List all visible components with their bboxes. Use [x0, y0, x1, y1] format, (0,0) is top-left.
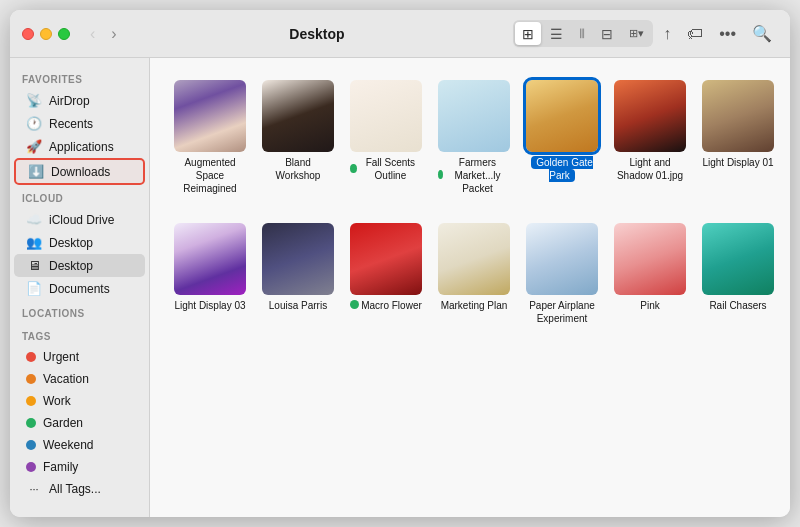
- sidebar-item-label: Desktop: [49, 259, 93, 273]
- shared-icon: 👥: [26, 235, 42, 250]
- applications-icon: 🚀: [26, 139, 42, 154]
- file-thumb-marketing: [438, 223, 510, 295]
- locations-label: Locations: [10, 300, 149, 323]
- file-item-farmers[interactable]: Farmers Market...ly Packet: [434, 74, 514, 201]
- tags-label: Tags: [10, 323, 149, 346]
- sidebar-item-applications[interactable]: 🚀 Applications: [14, 135, 145, 158]
- file-thumb-rail: [702, 223, 774, 295]
- all-tags-icon: ···: [26, 483, 42, 495]
- file-thumb-light-shadow: [614, 80, 686, 152]
- work-dot: [26, 396, 36, 406]
- sidebar-item-family[interactable]: Family: [14, 456, 145, 478]
- file-item-light-shadow[interactable]: Light and Shadow 01.jpg: [610, 74, 690, 201]
- sidebar-item-label: AirDrop: [49, 94, 90, 108]
- file-name-light-display03: Light Display 03: [174, 299, 245, 312]
- file-item-fall[interactable]: Fall Scents Outline: [346, 74, 426, 201]
- file-name-light-shadow: Light and Shadow 01.jpg: [614, 156, 686, 182]
- recents-icon: 🕐: [26, 116, 42, 131]
- file-thumb-farmers: [438, 80, 510, 152]
- sidebar-item-label: Downloads: [51, 165, 110, 179]
- file-item-augmented[interactable]: Augmented Space Reimagined: [170, 74, 250, 201]
- file-name-marketing: Marketing Plan: [441, 299, 508, 312]
- file-item-louisa[interactable]: Louisa Parris: [258, 217, 338, 331]
- sidebar-item-label: Family: [43, 460, 78, 474]
- sidebar-item-vacation[interactable]: Vacation: [14, 368, 145, 390]
- file-area[interactable]: Augmented Space ReimaginedBland Workshop…: [150, 58, 790, 517]
- sidebar-item-urgent[interactable]: Urgent: [14, 346, 145, 368]
- more-button[interactable]: •••: [713, 21, 742, 47]
- sidebar-item-shared[interactable]: 👥 Desktop: [14, 231, 145, 254]
- sidebar-item-label: Desktop: [49, 236, 93, 250]
- desktop-icon: 🖥: [26, 258, 42, 273]
- icloud-label: iCloud: [10, 185, 149, 208]
- sidebar-item-documents[interactable]: 📄 Documents: [14, 277, 145, 300]
- sidebar-item-garden[interactable]: Garden: [14, 412, 145, 434]
- file-item-light-display03[interactable]: Light Display 03: [170, 217, 250, 331]
- file-name-rail: Rail Chasers: [709, 299, 766, 312]
- file-name-macro: Macro Flower: [361, 299, 422, 312]
- file-item-pink[interactable]: Pink: [610, 217, 690, 331]
- view-gallery-button[interactable]: ⊟: [594, 22, 620, 45]
- file-name-farmers: Farmers Market...ly Packet: [445, 156, 510, 195]
- file-name-fall: Fall Scents Outline: [359, 156, 422, 182]
- maximize-button[interactable]: [58, 28, 70, 40]
- sidebar-item-downloads[interactable]: ⬇️ Downloads: [14, 158, 145, 185]
- titlebar: ‹ › Desktop ⊞ ☰ ⫴ ⊟ ⊞▾ ↑ 🏷 ••• 🔍: [10, 10, 790, 58]
- sidebar-item-weekend[interactable]: Weekend: [14, 434, 145, 456]
- share-button[interactable]: ↑: [657, 21, 677, 47]
- close-button[interactable]: [22, 28, 34, 40]
- sidebar-item-label: Work: [43, 394, 71, 408]
- view-grid-button[interactable]: ⊞: [515, 22, 541, 45]
- file-thumb-paper: [526, 223, 598, 295]
- file-item-bland[interactable]: Bland Workshop: [258, 74, 338, 201]
- view-group-button[interactable]: ⊞▾: [622, 22, 651, 45]
- file-name-bland: Bland Workshop: [262, 156, 334, 182]
- file-name-louisa: Louisa Parris: [269, 299, 327, 312]
- file-item-paper[interactable]: Paper Airplane Experiment: [522, 217, 602, 331]
- file-item-light-display01[interactable]: Light Display 01: [698, 74, 778, 201]
- forward-button[interactable]: ›: [107, 23, 120, 45]
- file-thumb-light-display01: [702, 80, 774, 152]
- view-columns-button[interactable]: ⫴: [572, 22, 592, 45]
- sidebar-item-label: All Tags...: [49, 482, 101, 496]
- sidebar-item-desktop[interactable]: 🖥 Desktop: [14, 254, 145, 277]
- sidebar-item-label: Recents: [49, 117, 93, 131]
- sidebar-item-icloud-drive[interactable]: ☁️ iCloud Drive: [14, 208, 145, 231]
- tag-button[interactable]: 🏷: [681, 21, 709, 47]
- garden-dot: [26, 418, 36, 428]
- file-item-golden[interactable]: Golden Gate Park: [522, 74, 602, 201]
- airdrop-icon: 📡: [26, 93, 42, 108]
- icloud-icon: ☁️: [26, 212, 42, 227]
- file-item-marketing[interactable]: Marketing Plan: [434, 217, 514, 331]
- file-thumb-fall: [350, 80, 422, 152]
- file-grid: Augmented Space ReimaginedBland Workshop…: [170, 74, 770, 331]
- minimize-button[interactable]: [40, 28, 52, 40]
- view-switcher: ⊞ ☰ ⫴ ⊟ ⊞▾: [513, 20, 653, 47]
- sidebar-item-recents[interactable]: 🕐 Recents: [14, 112, 145, 135]
- back-button[interactable]: ‹: [86, 23, 99, 45]
- file-item-rail[interactable]: Rail Chasers: [698, 217, 778, 331]
- sidebar-item-label: Vacation: [43, 372, 89, 386]
- file-name-pink: Pink: [640, 299, 659, 312]
- view-list-button[interactable]: ☰: [543, 22, 570, 45]
- file-thumb-bland: [262, 80, 334, 152]
- sidebar-item-label: Garden: [43, 416, 83, 430]
- file-name-paper: Paper Airplane Experiment: [526, 299, 598, 325]
- sidebar-item-work[interactable]: Work: [14, 390, 145, 412]
- sidebar-item-all-tags[interactable]: ··· All Tags...: [14, 478, 145, 500]
- file-item-macro[interactable]: Macro Flower: [346, 217, 426, 331]
- file-thumb-pink: [614, 223, 686, 295]
- sidebar-item-airdrop[interactable]: 📡 AirDrop: [14, 89, 145, 112]
- family-dot: [26, 462, 36, 472]
- file-thumb-augmented: [174, 80, 246, 152]
- sidebar-item-label: Applications: [49, 140, 114, 154]
- traffic-lights: [22, 28, 70, 40]
- file-thumb-light-display03: [174, 223, 246, 295]
- sidebar-item-label: Documents: [49, 282, 110, 296]
- documents-icon: 📄: [26, 281, 42, 296]
- file-thumb-louisa: [262, 223, 334, 295]
- downloads-icon: ⬇️: [28, 164, 44, 179]
- search-button[interactable]: 🔍: [746, 20, 778, 47]
- sidebar-item-label: iCloud Drive: [49, 213, 114, 227]
- file-thumb-golden: [526, 80, 598, 152]
